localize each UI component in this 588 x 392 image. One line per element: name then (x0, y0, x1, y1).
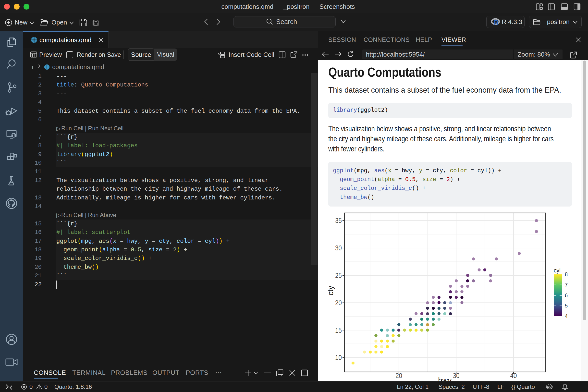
svg-text:7: 7 (565, 282, 568, 288)
svg-text:cyl: cyl (554, 267, 560, 274)
svg-text:35: 35 (335, 216, 342, 224)
svg-text:30: 30 (335, 244, 342, 252)
svg-text:R: R (494, 19, 499, 26)
svg-text:4: 4 (565, 313, 568, 319)
svg-text:5: 5 (565, 302, 568, 309)
svg-text:20: 20 (335, 299, 342, 307)
svg-text:15: 15 (335, 326, 342, 334)
svg-text:hwy: hwy (438, 376, 452, 382)
svg-text:25: 25 (335, 271, 342, 279)
svg-text:30: 30 (453, 372, 460, 380)
svg-text:40: 40 (510, 372, 517, 380)
svg-text:cty: cty (326, 286, 335, 296)
svg-text:6: 6 (565, 292, 568, 298)
svg-text:10: 10 (335, 353, 342, 362)
svg-text:8: 8 (565, 271, 568, 277)
svg-text:20: 20 (396, 372, 402, 380)
